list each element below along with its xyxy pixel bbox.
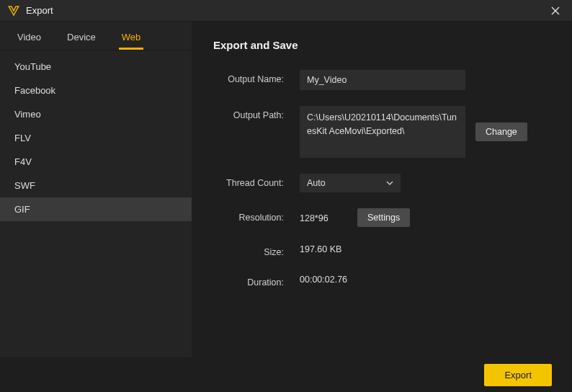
window-title: Export: [26, 5, 53, 16]
app-logo-icon: [7, 4, 20, 17]
thread-count-label: Thread Count:: [213, 174, 300, 188]
format-youtube[interactable]: YouTube: [0, 55, 192, 79]
settings-button[interactable]: Settings: [357, 208, 410, 227]
export-button[interactable]: Export: [484, 364, 552, 386]
output-path-box: C:\Users\U20210114\Documents\TunesKit Ac…: [300, 106, 465, 158]
titlebar: Export: [0, 0, 572, 22]
tab-web[interactable]: Web: [119, 26, 144, 50]
export-tabs: Video Device Web: [0, 22, 192, 50]
size-label: Size:: [213, 243, 300, 257]
close-icon: [551, 6, 560, 15]
format-flv[interactable]: FLV: [0, 126, 192, 150]
close-button[interactable]: [546, 1, 565, 20]
left-panel: Video Device Web YouTube Facebook Vimeo …: [0, 22, 192, 357]
output-name-input[interactable]: [300, 70, 465, 90]
chevron-down-icon: [386, 179, 393, 187]
format-f4v[interactable]: F4V: [0, 150, 192, 174]
output-name-label: Output Name:: [213, 70, 300, 84]
format-gif[interactable]: GIF: [0, 197, 192, 221]
resolution-label: Resolution:: [213, 208, 300, 223]
tab-video[interactable]: Video: [14, 26, 44, 50]
section-title: Export and Save: [213, 39, 550, 51]
settings-panel: Export and Save Output Name: Output Path…: [192, 22, 572, 357]
duration-value: 00:00:02.76: [300, 273, 347, 285]
output-path-label: Output Path:: [213, 106, 300, 120]
format-vimeo[interactable]: Vimeo: [0, 102, 192, 126]
format-facebook[interactable]: Facebook: [0, 79, 192, 102]
thread-count-value: Auto: [307, 178, 326, 188]
change-path-button[interactable]: Change: [475, 122, 527, 141]
thread-count-select[interactable]: Auto: [300, 174, 401, 192]
resolution-value: 128*96: [300, 212, 347, 223]
duration-label: Duration:: [213, 273, 300, 288]
footer: Export: [0, 357, 572, 392]
format-swf[interactable]: SWF: [0, 174, 192, 197]
format-list: YouTube Facebook Vimeo FLV F4V SWF GIF: [0, 50, 192, 357]
size-value: 197.60 KB: [300, 243, 341, 254]
tab-device[interactable]: Device: [64, 26, 99, 50]
